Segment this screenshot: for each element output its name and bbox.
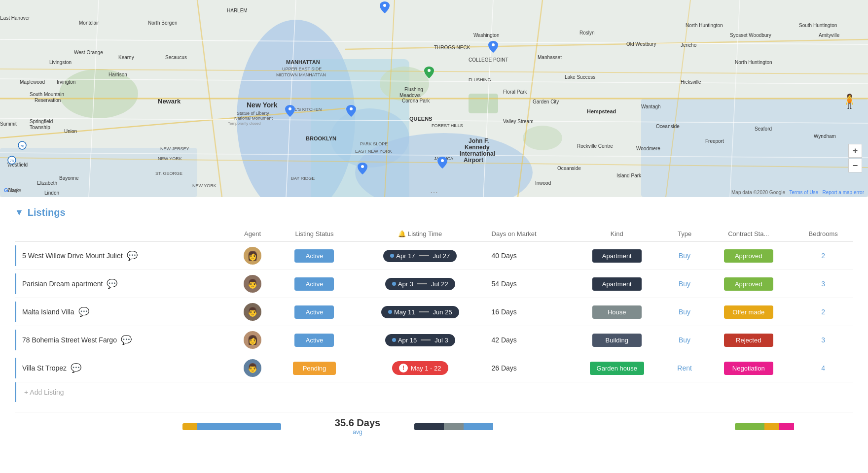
status-cell: Active (274, 298, 355, 326)
svg-text:BROOKLYN: BROOKLYN (306, 135, 336, 141)
progress-segment (444, 423, 464, 430)
svg-text:Oceanside: Oceanside (656, 124, 680, 129)
table-row: Parisian Dream apartment 💬 👨Active Apr 3… (15, 270, 853, 298)
svg-text:Wantagh: Wantagh (641, 104, 661, 109)
svg-text:UPPER EAST SIDE: UPPER EAST SIDE (282, 67, 322, 71)
kind-cell: Apartment (569, 242, 665, 270)
chat-icon[interactable]: 💬 (121, 335, 132, 345)
table-row: 78 Bohemia Street West Fargo 💬 👩Active A… (15, 326, 853, 354)
col-header-agent: Agent (231, 226, 274, 242)
svg-text:Temporarily closed: Temporarily closed (228, 121, 261, 126)
svg-text:Inwood: Inwood (535, 180, 551, 186)
kind-badge: Apartment (592, 249, 642, 263)
table-row: Malta Island Villa 💬 👨Active May 11Jun 2… (15, 298, 853, 326)
bedrooms-value: 2 (821, 308, 825, 316)
svg-text:Corona Park: Corona Park (402, 98, 430, 103)
avg-days-container: 35.6 Days avg (321, 417, 395, 436)
chat-icon[interactable]: 💬 (127, 250, 138, 261)
svg-text:Bayonne: Bayonne (59, 175, 79, 181)
kind-badge: House (592, 305, 642, 319)
bedrooms-cell: 2 (793, 298, 853, 326)
days-value: 54 Days (492, 280, 517, 288)
bedrooms-value: 3 (821, 336, 825, 344)
svg-text:Airport: Airport (464, 157, 483, 164)
map-credit: Map data ©2020 Google Terms of Use Repor… (731, 190, 864, 195)
kind-cell: Apartment (569, 270, 665, 298)
progress-segment (182, 423, 197, 430)
contract-cell: Approved (704, 270, 793, 298)
date-range-cell: ! May 1 - 22 (355, 354, 485, 382)
contract-badge: Rejected (724, 334, 773, 347)
svg-text:Kennedy: Kennedy (465, 144, 490, 151)
svg-text:NEW YORK: NEW YORK (192, 183, 217, 188)
zoom-in-button[interactable]: + (848, 144, 862, 158)
google-logo: Google (4, 187, 21, 193)
svg-text:Garden City: Garden City (533, 99, 559, 104)
svg-text:Kearny: Kearny (118, 55, 134, 60)
progress-segment (779, 423, 794, 430)
listing-status-badge: Active (294, 305, 334, 319)
svg-text:New York: New York (247, 101, 278, 109)
days-cell: 54 Days (486, 270, 569, 298)
zoom-out-button[interactable]: − (848, 159, 862, 172)
status-progress-bar (182, 423, 281, 430)
svg-text:Newark: Newark (158, 98, 181, 105)
svg-text:THROGS NECK: THROGS NECK (434, 45, 470, 50)
days-value: 16 Days (492, 308, 517, 316)
chat-icon[interactable]: 💬 (78, 306, 89, 317)
avatar: 👨 (244, 275, 261, 293)
svg-text:Statue of Liberty: Statue of Liberty (237, 111, 269, 116)
svg-text:Linden: Linden (44, 190, 59, 196)
type-cell: Buy (665, 298, 704, 326)
listings-chevron-icon[interactable]: ▼ (15, 207, 24, 218)
svg-text:Roslyn: Roslyn (579, 30, 595, 35)
date-range-cell: Apr 17Jul 27 (355, 242, 485, 270)
svg-text:Freeport: Freeport (705, 138, 724, 144)
type-cell: Buy (665, 326, 704, 354)
svg-text:Floral Park: Floral Park (503, 89, 527, 95)
svg-text:78: 78 (10, 159, 14, 163)
kind-badge: Apartment (592, 277, 642, 291)
listings-header: ▼ Listings (15, 207, 853, 218)
svg-text:Livingston: Livingston (49, 60, 72, 65)
svg-text:QUEENS: QUEENS (409, 116, 432, 122)
avatar: 👨 (244, 359, 261, 377)
date-separator (419, 311, 429, 312)
status-cell: Pending (274, 354, 355, 382)
svg-text:North Huntington: North Huntington (735, 60, 772, 65)
svg-text:Oceanside: Oceanside (557, 166, 581, 171)
days-cell: 40 Days (486, 242, 569, 270)
svg-text:NEW JERSEY: NEW JERSEY (160, 146, 189, 151)
svg-text:Seaford: Seaford (755, 126, 772, 132)
svg-text:East Hanover: East Hanover (0, 15, 30, 21)
date-range-cell: Apr 3Jul 22 (355, 270, 485, 298)
svg-text:Elizabeth: Elizabeth (37, 180, 57, 186)
bedrooms-cell: 3 (793, 270, 853, 298)
type-value: Buy (679, 308, 690, 316)
svg-text:NEW YORK: NEW YORK (158, 156, 182, 161)
listing-status-badge: Active (294, 277, 334, 291)
add-listing-button[interactable]: + Add Listing (15, 382, 853, 402)
date-dot (388, 310, 392, 314)
pegman-icon[interactable]: 🧍 (842, 89, 856, 113)
chat-icon[interactable]: 💬 (107, 278, 117, 289)
svg-point-112 (428, 69, 431, 72)
svg-text:Hempstead: Hempstead (587, 108, 616, 114)
avg-label: avg (321, 429, 395, 436)
chat-icon[interactable]: 💬 (71, 363, 81, 373)
date-range: Apr 15Jul 3 (385, 334, 455, 346)
svg-text:PARK SLOPE: PARK SLOPE (360, 141, 388, 146)
svg-text:National Monument: National Monument (234, 116, 273, 121)
days-value: 26 Days (492, 364, 517, 372)
svg-text:North Huntington: North Huntington (686, 23, 723, 28)
kind-cell: Building (569, 326, 665, 354)
svg-text:78: 78 (20, 144, 24, 148)
svg-text:Wyndham: Wyndham (814, 134, 836, 139)
listing-status-badge: Pending (293, 362, 336, 375)
svg-point-111 (492, 43, 495, 46)
svg-text:Hicksville: Hicksville (681, 79, 701, 85)
agent-cell: 👨 (231, 354, 274, 382)
resize-handle[interactable]: ⋯ (430, 188, 438, 197)
svg-text:West Orange: West Orange (74, 50, 103, 55)
progress-segment (414, 423, 444, 430)
